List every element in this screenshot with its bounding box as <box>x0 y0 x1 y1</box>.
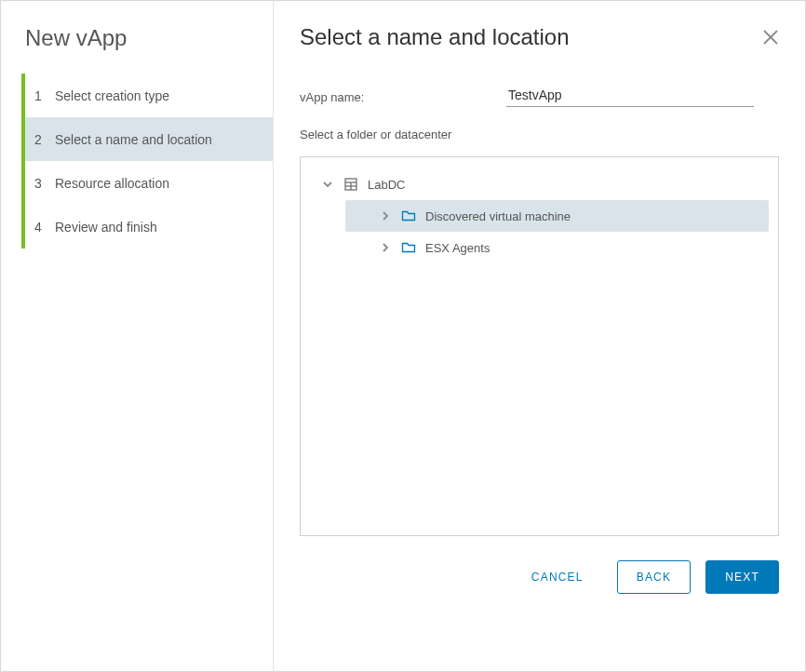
step-select-creation-type[interactable]: 1 Select creation type <box>25 74 273 117</box>
next-button[interactable]: NEXT <box>705 560 779 594</box>
folder-icon <box>401 240 416 255</box>
step-review-finish[interactable]: 4 Review and finish <box>25 205 273 249</box>
tree-node-folder[interactable]: ESX Agents <box>345 232 769 263</box>
wizard-steps: 1 Select creation type 2 Select a name a… <box>21 74 273 249</box>
datacenter-icon <box>343 177 358 192</box>
cancel-button[interactable]: CANCEL <box>513 560 602 594</box>
wizard-footer: CANCEL BACK NEXT <box>300 536 779 616</box>
folder-tree: LabDC Discovered virtual machine ES <box>300 156 779 536</box>
tree-node-label: LabDC <box>368 178 405 192</box>
step-label: Select a name and location <box>49 132 212 147</box>
step-number: 1 <box>34 88 49 103</box>
step-label: Select creation type <box>49 88 169 103</box>
back-button[interactable]: BACK <box>617 560 691 594</box>
tree-node-label: ESX Agents <box>425 241 490 255</box>
chevron-right-icon <box>379 241 392 254</box>
wizard-content: Select a name and location vApp name: Se… <box>274 1 805 671</box>
vapp-name-row: vApp name: <box>300 84 779 107</box>
close-icon[interactable] <box>762 29 779 46</box>
content-header: Select a name and location <box>300 1 779 70</box>
tree-node-folder[interactable]: Discovered virtual machine <box>345 200 769 232</box>
vapp-name-label: vApp name: <box>300 90 506 107</box>
folder-icon <box>401 208 416 223</box>
step-label: Resource allocation <box>49 176 169 191</box>
step-select-name-location[interactable]: 2 Select a name and location <box>25 117 273 161</box>
step-label: Review and finish <box>49 220 157 235</box>
folder-section-label: Select a folder or datacenter <box>300 128 779 141</box>
step-resource-allocation[interactable]: 3 Resource allocation <box>25 161 273 205</box>
chevron-right-icon <box>379 209 392 222</box>
chevron-down-icon <box>321 178 334 191</box>
step-number: 2 <box>34 132 49 147</box>
step-number: 3 <box>34 176 49 191</box>
tree-node-datacenter[interactable]: LabDC <box>310 168 769 200</box>
wizard-title: New vApp <box>1 25 273 74</box>
step-number: 4 <box>34 220 49 235</box>
page-title: Select a name and location <box>300 24 570 50</box>
wizard-sidebar: New vApp 1 Select creation type 2 Select… <box>1 1 274 671</box>
vapp-name-input[interactable] <box>506 84 754 107</box>
tree-node-label: Discovered virtual machine <box>425 209 571 223</box>
